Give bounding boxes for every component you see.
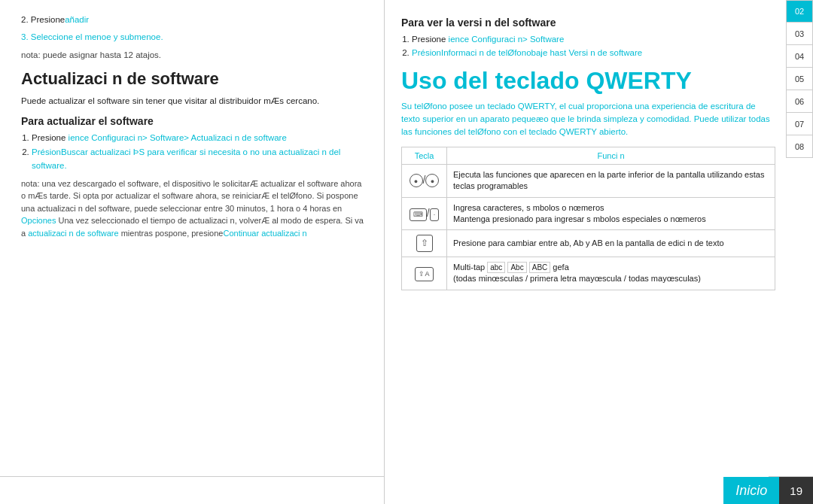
step-ver-1: Presione ience Configuraci n> Software — [412, 32, 775, 46]
note-download: nota: una vez descargado el software, el… — [21, 178, 367, 240]
sub-heading-update: Para actualizar el software — [21, 115, 367, 127]
table-col-funcion: Funci n — [447, 147, 775, 164]
right-column: Para ver la versi n del software Presion… — [384, 0, 813, 504]
table-desc-2: Ingresa caracteres, s mbolos o nœmerosMa… — [447, 197, 775, 230]
table-row: ●/● Ejecuta las funciones que aparecen e… — [402, 164, 775, 197]
left-column: 2. Presioneañadir 3. Seleccione el menoe… — [0, 0, 384, 504]
icon-cell-3: ⇧ — [402, 230, 447, 257]
footer-page-number: 19 — [779, 477, 813, 504]
step3-text: 3. Seleccione el menoe y submenoe. — [21, 31, 367, 44]
section-title-software: Actualizaci n de software — [21, 69, 367, 89]
table-col-tecla: Tecla — [402, 147, 447, 164]
footer-inicio: Inicio — [723, 477, 779, 504]
steps-update-list: Presione ience Configuraci n> Software> … — [21, 131, 367, 172]
icon-cell-2: ⌨/· — [402, 197, 447, 230]
side-tab-03[interactable]: 03 — [786, 23, 813, 45]
side-tab-05[interactable]: 05 — [786, 68, 813, 90]
table-desc-3: Presione para cambiar entre ab, Ab y AB … — [447, 230, 775, 257]
intro-text: Puede actualizar el software sin tener q… — [21, 95, 367, 108]
side-tabs: 02 03 04 05 06 07 08 — [786, 0, 813, 158]
step2-link[interactable]: añadir — [65, 15, 89, 24]
sub-heading-ver: Para ver la versi n del software — [401, 17, 775, 29]
table-desc-1: Ejecuta las funciones que aparecen en la… — [447, 164, 775, 197]
bottom-bar: Inicio 19 — [385, 477, 813, 504]
side-tab-06[interactable]: 06 — [786, 90, 813, 113]
section-title-qwerty: Uso del teclado QWERTY — [401, 68, 775, 94]
side-tab-07[interactable]: 07 — [786, 113, 813, 135]
step-update-2: PrésionBuscar actualizaci ÞS para verifi… — [32, 145, 367, 173]
note-atajos: nota: puede asignar hasta 12 atajos. — [21, 49, 367, 62]
top-right-section: Para ver la versi n del software Presion… — [401, 17, 775, 60]
qwerty-intro: Su telØfono posee un teclado QWERTY, el … — [401, 100, 775, 139]
qwerty-table: Tecla Funci n ●/● Ejecuta las funciones … — [401, 147, 775, 290]
table-row: ⇧ Presione para cambiar entre ab, Ab y A… — [402, 230, 775, 257]
step2-text: 2. Presioneañadir — [21, 14, 367, 26]
bottom-line-left — [0, 476, 384, 477]
bottom-line-right — [769, 476, 813, 477]
table-row: ⇪A Multi-tap abc Abc ABC gefa(todas minœ… — [402, 257, 775, 290]
side-tab-04[interactable]: 04 — [786, 45, 813, 68]
table-row: ⌨/· Ingresa caracteres, s mbolos o nœmer… — [402, 197, 775, 230]
side-tab-08[interactable]: 08 — [786, 135, 813, 158]
icon-cell-1: ●/● — [402, 164, 447, 197]
step-update-1: Presione ience Configuraci n> Software> … — [32, 131, 367, 144]
step-ver-2: PrésionInformaci n de telØfonobaje hast … — [412, 46, 775, 59]
table-desc-4: Multi-tap abc Abc ABC gefa(todas minœscu… — [447, 257, 775, 290]
side-tab-02[interactable]: 02 — [786, 0, 813, 23]
top-left-section: 2. Presioneañadir 3. Seleccione el menoe… — [21, 14, 367, 62]
steps-ver-list: Presione ience Configuraci n> Software P… — [401, 32, 775, 60]
icon-cell-4: ⇪A — [402, 257, 447, 290]
